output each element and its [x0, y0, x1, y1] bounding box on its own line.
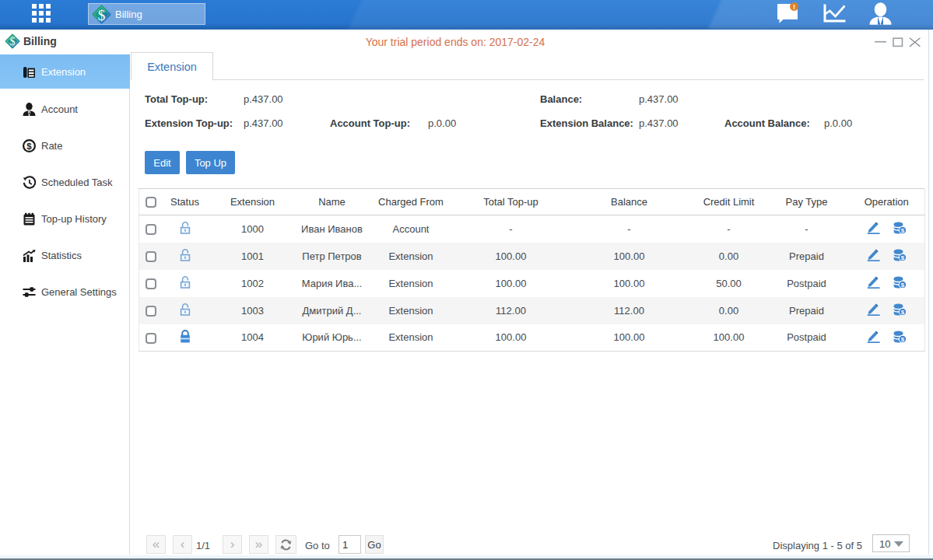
svg-text:$: $: [901, 336, 905, 343]
svg-text:$: $: [901, 309, 905, 316]
svg-text:$: $: [26, 142, 32, 151]
svg-text:$: $: [98, 6, 106, 23]
svg-text:$: $: [901, 282, 905, 289]
svg-text:!: !: [793, 3, 795, 11]
svg-text:$: $: [901, 227, 905, 234]
svg-text:$: $: [901, 254, 905, 261]
